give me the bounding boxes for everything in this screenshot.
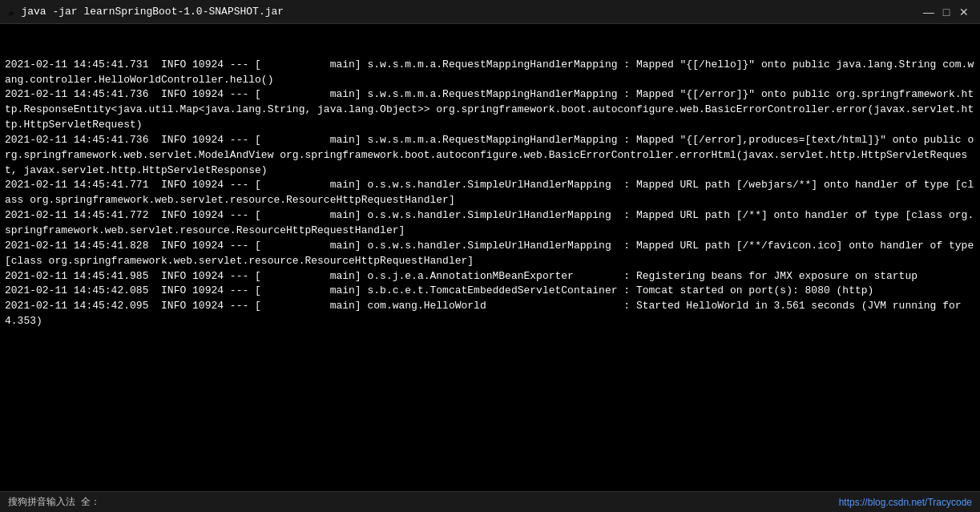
- close-button[interactable]: ✕: [956, 4, 972, 20]
- console-output: 2021-02-11 14:45:41.731 INFO 10924 --- […: [0, 24, 980, 491]
- console-line: 2021-02-11 14:45:41.731 INFO 10924 --- […: [5, 58, 975, 88]
- console-line: 2021-02-11 14:45:41.828 INFO 10924 --- […: [5, 239, 975, 269]
- console-line: 2021-02-11 14:45:41.736 INFO 10924 --- […: [5, 133, 975, 179]
- minimize-button[interactable]: —: [921, 4, 937, 20]
- java-icon: ☕: [8, 5, 14, 18]
- main-window: ☕ java -jar learnSpringBoot-1.0-SNAPSHOT…: [0, 0, 980, 512]
- console-line: 2021-02-11 14:45:41.736 INFO 10924 --- […: [5, 87, 975, 133]
- website-link[interactable]: https://blog.csdn.net/Tracycode: [839, 497, 972, 508]
- window-controls: — □ ✕: [921, 4, 972, 20]
- console-line: 2021-02-11 14:45:42.095 INFO 10924 --- […: [5, 299, 975, 329]
- console-line: 2021-02-11 14:45:42.085 INFO 10924 --- […: [5, 284, 975, 299]
- title-bar: ☕ java -jar learnSpringBoot-1.0-SNAPSHOT…: [0, 0, 980, 24]
- console-line: 2021-02-11 14:45:41.985 INFO 10924 --- […: [5, 269, 975, 284]
- console-line: 2021-02-11 14:45:41.772 INFO 10924 --- […: [5, 208, 975, 239]
- ime-status: 搜狗拼音输入法 全：: [8, 495, 100, 509]
- status-bar: 搜狗拼音输入法 全： https://blog.csdn.net/Tracyco…: [0, 491, 980, 512]
- maximize-button[interactable]: □: [938, 4, 954, 20]
- console-line: 2021-02-11 14:45:41.771 INFO 10924 --- […: [5, 178, 975, 208]
- window-title: java -jar learnSpringBoot-1.0-SNAPSHOT.j…: [21, 6, 921, 18]
